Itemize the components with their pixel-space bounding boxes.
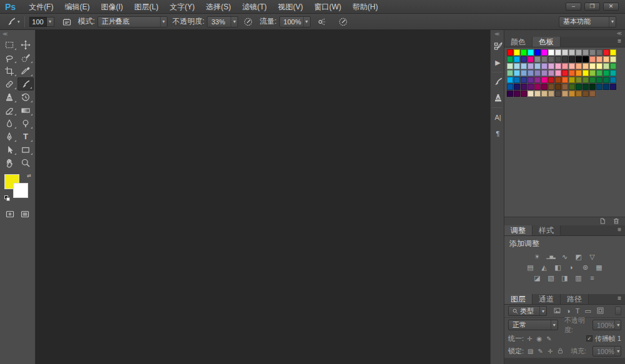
tool-path-selection[interactable] (1, 143, 18, 156)
adjustment-threshold-icon[interactable]: ◨ (560, 273, 569, 282)
swatch[interactable] (507, 70, 513, 76)
lock-pixels-icon[interactable]: ✎ (538, 348, 543, 355)
tool-clone-stamp[interactable] (1, 91, 18, 104)
adjustment-black-white-icon[interactable]: ◧ (553, 263, 562, 272)
swatch[interactable] (507, 49, 513, 56)
canvas-area[interactable] (36, 30, 490, 364)
swatch[interactable] (521, 70, 527, 76)
propagate-frame-checkbox[interactable]: ✓ (586, 335, 592, 342)
layer-opacity-select[interactable]: 100% ▾ (592, 320, 621, 330)
swatch[interactable] (528, 77, 534, 83)
swatch[interactable] (528, 91, 534, 97)
adjustment-exposure-icon[interactable]: ◩ (574, 252, 583, 261)
opacity-pressure-icon[interactable] (242, 16, 254, 28)
swatch[interactable] (528, 56, 534, 62)
swatch[interactable] (569, 84, 575, 90)
swatch[interactable] (569, 77, 575, 83)
swatch[interactable] (569, 63, 575, 69)
swatch[interactable] (548, 56, 554, 62)
swatch[interactable] (521, 91, 527, 97)
swatch[interactable] (514, 49, 520, 56)
menu-item-4[interactable]: 文字(Y) (164, 2, 200, 11)
lock-transparency-icon[interactable]: ▨ (528, 348, 533, 355)
adjustment-brightness-contrast-icon[interactable]: ☀ (532, 252, 542, 261)
swatch[interactable] (603, 63, 609, 69)
collapse-panels-icon[interactable]: ≪ (504, 30, 625, 37)
panel-menu-icon[interactable]: ≡ (618, 225, 625, 235)
quick-mask-button[interactable] (5, 209, 15, 222)
swatch[interactable] (534, 77, 541, 83)
swatch[interactable] (507, 77, 513, 83)
swatch[interactable] (582, 91, 589, 97)
tab-swatches[interactable]: 色板 (532, 37, 561, 47)
unify-position-icon[interactable]: ✛ (527, 335, 532, 342)
swatch[interactable] (603, 70, 609, 76)
default-colors-icon[interactable] (4, 195, 11, 202)
tool-crop[interactable] (1, 64, 18, 77)
swatch[interactable] (521, 63, 527, 69)
swatch[interactable] (589, 91, 596, 97)
swatch[interactable] (555, 56, 561, 62)
size-pressure-icon[interactable] (337, 16, 349, 28)
close-button[interactable]: ✕ (603, 2, 619, 11)
menu-item-5[interactable]: 选择(S) (200, 2, 236, 11)
swatch[interactable] (576, 77, 582, 83)
swatch[interactable] (541, 77, 548, 83)
swatch[interactable] (582, 77, 589, 83)
swatch[interactable] (610, 63, 616, 69)
swatch[interactable] (562, 84, 568, 90)
swatch[interactable] (528, 49, 534, 56)
swatch[interactable] (541, 56, 548, 62)
panel-menu-icon[interactable]: ≡ (618, 294, 625, 304)
swatch[interactable] (562, 70, 568, 76)
adjustment-channel-mixer-icon[interactable]: ⊛ (581, 263, 590, 272)
swatch[interactable] (576, 63, 582, 69)
unify-visibility-icon[interactable]: ◉ (536, 335, 542, 342)
swatch[interactable] (514, 91, 520, 97)
tool-type[interactable]: T (18, 130, 34, 143)
background-color-swatch[interactable] (13, 183, 28, 198)
adjustment-curves-icon[interactable]: ∿ (560, 252, 569, 261)
swatch[interactable] (603, 77, 609, 83)
swatch[interactable] (603, 84, 609, 90)
layer-blend-mode-select[interactable]: 正常 ▾ (508, 320, 558, 330)
swatch[interactable] (562, 63, 568, 69)
swatch[interactable] (555, 49, 561, 56)
tab-adjustments[interactable]: 调整 (504, 225, 532, 235)
swatch[interactable] (514, 77, 520, 83)
filter-shape-icon[interactable]: ▭ (584, 307, 591, 315)
dock-panel-actions-icon[interactable]: ▶ (491, 54, 505, 71)
swatch[interactable] (548, 63, 554, 69)
swatch[interactable] (582, 63, 589, 69)
swatch[interactable] (521, 49, 527, 56)
tab-paths[interactable]: 路径 (561, 294, 589, 304)
dock-panel-clone-source-icon[interactable] (491, 90, 505, 106)
swatch[interactable] (548, 91, 554, 97)
tool-rectangle-shape[interactable] (18, 143, 34, 156)
swatch[interactable] (576, 84, 582, 90)
tool-dodge[interactable] (18, 117, 34, 130)
swatch[interactable] (596, 84, 602, 90)
swatch[interactable] (548, 49, 554, 56)
swatch[interactable] (541, 91, 548, 97)
swatch[interactable] (596, 77, 602, 83)
swatch[interactable] (569, 70, 575, 76)
swatch[interactable] (555, 63, 561, 69)
swatch[interactable] (582, 70, 589, 76)
layers-list-empty[interactable] (504, 358, 625, 364)
swatch[interactable] (610, 56, 616, 62)
toggle-brush-panel-icon[interactable] (61, 16, 73, 28)
swatch[interactable] (569, 56, 575, 62)
swatch[interactable] (582, 84, 589, 90)
swatch[interactable] (562, 56, 568, 62)
swap-colors-icon[interactable]: ⇄ (27, 173, 31, 179)
unify-style-icon[interactable]: ✎ (546, 335, 551, 342)
swatch[interactable] (514, 63, 520, 69)
tool-move[interactable] (18, 38, 34, 51)
collapse-tools-icon[interactable]: ≪ (0, 30, 35, 38)
blend-mode-select[interactable]: 正片叠底 ▾ (98, 16, 168, 27)
swatch[interactable] (589, 63, 596, 69)
swatch[interactable] (596, 70, 602, 76)
swatch[interactable] (534, 84, 541, 90)
tool-hand[interactable] (1, 156, 18, 169)
